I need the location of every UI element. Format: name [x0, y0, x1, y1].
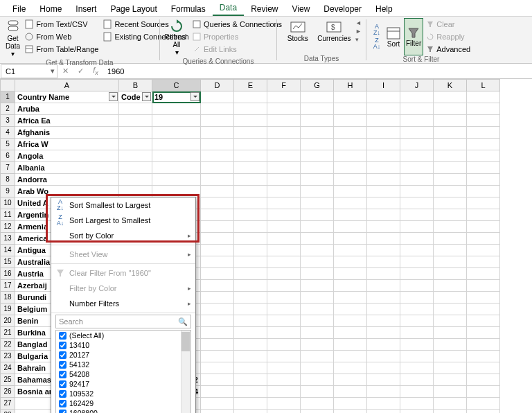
cell[interactable] — [467, 256, 500, 268]
cell[interactable] — [234, 398, 267, 410]
cell[interactable] — [119, 103, 152, 115]
cell[interactable] — [334, 292, 367, 304]
formula-bar[interactable]: 1960 — [103, 67, 532, 76]
cell[interactable] — [201, 398, 234, 410]
cell[interactable] — [367, 233, 400, 245]
cell[interactable] — [400, 91, 434, 103]
cell[interactable]: Aruba — [15, 103, 119, 115]
cell[interactable] — [434, 339, 467, 351]
cell[interactable] — [400, 351, 434, 362]
cell[interactable] — [234, 162, 267, 174]
cell[interactable] — [301, 174, 334, 186]
cell[interactable] — [334, 374, 367, 386]
row-header[interactable]: 16 — [0, 268, 15, 280]
cell[interactable] — [434, 233, 467, 245]
cell[interactable]: Arab Wo — [15, 186, 119, 197]
cell[interactable] — [334, 91, 367, 103]
cell[interactable] — [234, 127, 267, 139]
filter-checkbox[interactable] — [59, 332, 66, 340]
cell[interactable] — [434, 139, 467, 150]
cell[interactable] — [434, 197, 467, 209]
cell[interactable] — [400, 327, 434, 339]
cell[interactable] — [467, 186, 500, 197]
row-header[interactable]: 12 — [0, 221, 15, 233]
cell[interactable] — [334, 304, 367, 315]
cell[interactable] — [367, 304, 400, 315]
row-header[interactable]: 10 — [0, 197, 15, 209]
cell[interactable] — [234, 280, 267, 292]
cell[interactable] — [201, 268, 234, 280]
from-text-csv-button[interactable]: From Text/CSV — [23, 18, 100, 30]
cell[interactable] — [334, 174, 367, 186]
cell[interactable] — [400, 410, 434, 413]
cell[interactable] — [434, 209, 467, 221]
cell[interactable] — [400, 197, 434, 209]
cell[interactable] — [434, 386, 467, 398]
cell[interactable] — [334, 386, 367, 398]
cell[interactable] — [201, 209, 234, 221]
filter-dropdown-icon[interactable] — [109, 92, 118, 101]
cell[interactable] — [267, 150, 301, 162]
filter-checkbox[interactable] — [59, 351, 66, 359]
cell[interactable] — [301, 386, 334, 398]
cell[interactable] — [334, 221, 367, 233]
cell[interactable] — [334, 150, 367, 162]
cell[interactable] — [152, 115, 201, 127]
cell[interactable] — [334, 127, 367, 139]
cell[interactable] — [301, 209, 334, 221]
filter-option[interactable]: 109532 — [56, 389, 190, 398]
cell[interactable] — [400, 362, 434, 374]
cell[interactable] — [267, 256, 301, 268]
cell[interactable] — [334, 139, 367, 150]
cell[interactable] — [400, 209, 434, 221]
cell[interactable] — [234, 362, 267, 374]
cell[interactable] — [234, 209, 267, 221]
cell[interactable] — [301, 233, 334, 245]
cell[interactable] — [301, 292, 334, 304]
cell[interactable] — [367, 139, 400, 150]
cell[interactable] — [267, 186, 301, 197]
name-box[interactable]: C1▾ — [1, 64, 57, 78]
row-header[interactable]: 8 — [0, 174, 15, 186]
cell[interactable] — [334, 115, 367, 127]
cell[interactable] — [119, 162, 152, 174]
col-header-a[interactable]: A — [15, 79, 119, 91]
cell[interactable] — [152, 162, 201, 174]
cell[interactable] — [434, 245, 467, 256]
cell[interactable] — [400, 174, 434, 186]
cell[interactable]: Albania — [15, 162, 119, 174]
cell[interactable] — [334, 410, 367, 413]
cell[interactable] — [301, 139, 334, 150]
tab-review[interactable]: Review — [244, 1, 285, 16]
cell[interactable] — [367, 386, 400, 398]
cell[interactable] — [467, 268, 500, 280]
cell[interactable] — [201, 256, 234, 268]
cell[interactable] — [367, 327, 400, 339]
cell[interactable] — [267, 174, 301, 186]
refresh-all-button[interactable]: Refresh All ▾ — [164, 18, 189, 58]
datatype-prev-icon[interactable]: ◄ — [355, 19, 362, 26]
col-header-c[interactable]: C — [152, 79, 201, 91]
cell[interactable] — [267, 268, 301, 280]
cell[interactable] — [434, 186, 467, 197]
row-header[interactable]: 20 — [0, 315, 15, 327]
cell[interactable] — [367, 150, 400, 162]
filter-dropdown-icon[interactable] — [142, 92, 151, 101]
cell[interactable]: Country Name — [15, 91, 119, 103]
cell[interactable] — [367, 103, 400, 115]
cell[interactable] — [201, 386, 234, 398]
cell[interactable] — [434, 374, 467, 386]
cell[interactable] — [301, 339, 334, 351]
cell[interactable] — [201, 221, 234, 233]
cell[interactable] — [234, 221, 267, 233]
cell[interactable] — [467, 327, 500, 339]
cell[interactable] — [234, 292, 267, 304]
col-header-i[interactable]: I — [367, 79, 400, 91]
cell[interactable] — [400, 127, 434, 139]
cancel-formula-icon[interactable]: ✕ — [57, 67, 73, 76]
cell[interactable] — [367, 197, 400, 209]
row-header[interactable]: 9 — [0, 186, 15, 197]
cell[interactable] — [234, 174, 267, 186]
cell[interactable] — [201, 174, 234, 186]
cell[interactable] — [267, 362, 301, 374]
